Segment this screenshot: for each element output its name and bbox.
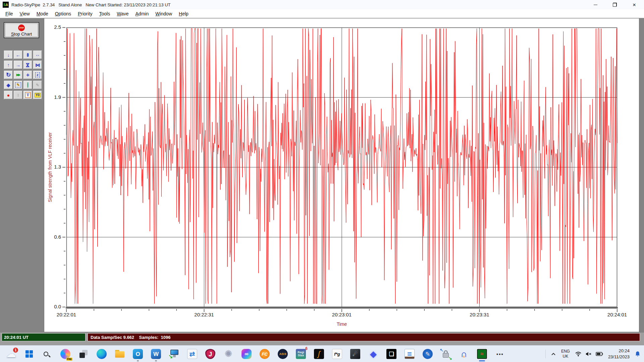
notepad-app[interactable]: ≡ [400,346,419,362]
window-controls: × [586,0,644,9]
close-button[interactable]: × [625,0,644,9]
restore-button[interactable] [605,0,625,9]
file-explorer[interactable] [111,346,129,362]
frames-app[interactable]: ❏ [382,346,400,362]
weather-widget[interactable]: ☁1 [2,346,20,362]
tray-status-icons[interactable] [575,351,603,357]
remote-pc-tool[interactable]: ↘ [165,346,183,362]
x-tick-label: 20:22:01 [48,312,85,317]
scroll-down-button[interactable]: ↓ [4,51,13,59]
language-indicator[interactable]: ENG UK [561,349,570,359]
fg-app-icon: f*g [331,348,343,360]
notification-bell-icon[interactable] [635,351,641,357]
x-tick-label: 20:23:31 [461,312,498,317]
menu-window[interactable]: Window [152,10,175,17]
word[interactable]: W [147,346,165,362]
taskbar-overflow-icon: ••• [494,348,506,360]
gear-utility-icon: ✺ [222,348,235,360]
comet-imaging-app[interactable]: ☄ [346,346,364,362]
gear-utility[interactable]: ✺ [219,346,237,362]
paint-tools-app-icon: ✎ [421,348,434,360]
copilot-preview[interactable]: PRE [56,346,74,362]
scroll-down-button-icon: ↓ [7,53,10,57]
audacity[interactable]: ∩≈ [455,346,473,362]
info-button-icon: I [17,93,19,97]
edge-browser[interactable] [93,346,111,362]
running-app-indicator [155,360,157,361]
expand-vertical-button[interactable]: ⇕ [23,51,32,59]
auto-scale-button[interactable]: ↻ [4,71,13,79]
menu-view[interactable]: View [16,10,33,17]
expand-horizontal-button-icon: ⇔ [35,53,40,57]
zoom-box-button[interactable]: z [33,71,42,79]
scroll-up-button-icon: ↑ [7,63,10,67]
radio-skypipe-taskbar[interactable]: ≈ [473,346,491,362]
menu-wave[interactable]: Wave [113,10,132,17]
autostakkert[interactable]: AS!3 [274,346,292,362]
adobe-creative-cloud[interactable]: ∞ [237,346,256,362]
title-bar: SA Radio-SkyPipe 2.7.34 Stand Alone New … [0,0,644,9]
secure-sync-app-icon: ↖↘ [439,348,452,360]
compress-vertical-button-icon: ⋈ [25,63,30,67]
task-view-button[interactable] [74,346,93,362]
language-line2: UK [561,354,570,359]
compress-horizontal-button[interactable]: ⋈ [33,61,42,69]
paint-tools-app[interactable]: ✎ [419,346,437,362]
crosshair-button-icon: + [26,72,30,78]
menu-priority[interactable]: Priority [74,10,96,17]
taskbar-clock[interactable]: 20:24 23/11/2023 [608,348,630,360]
adobe-creative-cloud-icon: ∞ [240,348,253,360]
menu-tools[interactable]: Tools [96,10,114,17]
secure-sync-app[interactable]: ↖↘ [437,346,455,362]
gem-app[interactable]: ◆ [364,346,382,362]
fast-forward-button[interactable]: ▶▶ [14,71,22,79]
strip-chart-plot[interactable] [66,27,617,307]
window-title: Radio-SkyPipe 2.7.34 Stand Alone New Cha… [11,2,171,7]
y-tick-label: 1.9 [40,94,61,101]
tray-divider [545,350,546,358]
marker-line-button[interactable]: ┋ [23,81,32,89]
pan-button[interactable]: ◈ [4,81,13,89]
scroll-up-button[interactable]: ↑ [4,61,13,69]
stop-chart-button[interactable]: STOP Stop Chart [4,22,39,38]
task-view-button-icon [77,348,90,360]
menu-mode[interactable]: Mode [33,10,52,17]
text-annotation-button[interactable]: T [23,91,32,99]
menu-file[interactable]: File [2,10,16,17]
file-sync-tool[interactable]: ⇄ [183,346,201,362]
menu-help[interactable]: Help [175,10,192,17]
fg-app[interactable]: f*g [328,346,346,362]
menu-bar: FileViewModeOptionsPriorityToolsWaveAdmi… [0,9,644,18]
zoom-box-button-icon: z [35,72,40,77]
record-button[interactable]: ● [4,91,13,99]
registax[interactable]: Regi Stax6 [292,346,310,362]
edit-selection-button[interactable]: ✎ [14,81,22,89]
y-tick-label: 0.6 [40,234,61,241]
start-button[interactable] [20,346,38,362]
x-tick-label: 20:24:01 [599,312,636,317]
outlook[interactable]: O [129,346,147,362]
pan-button-icon: ◈ [7,83,10,87]
registax-icon: Regi Stax6 [294,348,307,360]
fc-app[interactable]: FC [256,346,274,362]
autostakkert-icon: AS!3 [276,348,289,360]
info-button: I [14,91,22,99]
y-tick-label: 2.5 [40,24,61,31]
menu-admin[interactable]: Admin [132,10,152,17]
tray-chevron-icon[interactable] [551,352,556,356]
crosshair-button[interactable]: + [23,71,32,79]
compress-vertical-button[interactable]: ⋈ [23,61,32,69]
search-button[interactable] [38,346,56,362]
menu-options[interactable]: Options [52,10,74,17]
text-annotation-button-icon: T [25,92,31,98]
curve-tool[interactable]: ʃ [310,346,328,362]
taskbar-overflow[interactable]: ••• [491,346,509,362]
scroll-right-button[interactable]: → [14,61,22,69]
remote-pc-tool-icon: ↘ [168,348,180,360]
close-icon: × [633,2,636,8]
j-shield-app[interactable]: J [201,346,219,362]
minimize-button[interactable] [586,0,605,9]
expand-horizontal-button[interactable]: ⇔ [33,51,42,59]
scroll-left-button[interactable]: ← [14,51,22,59]
comet-imaging-app-icon: ☄ [349,348,362,360]
